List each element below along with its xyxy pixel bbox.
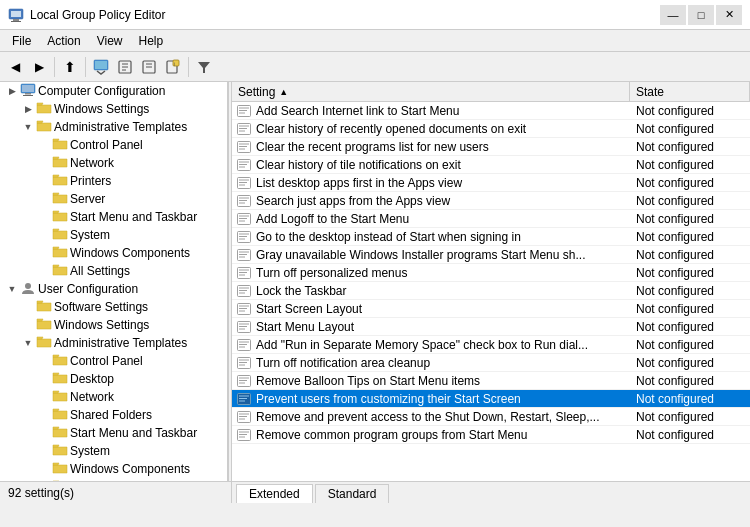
- policy-name: Start Menu Layout: [252, 320, 630, 334]
- folder-icon-windows-settings: [36, 101, 52, 117]
- list-row[interactable]: Remove common program groups from Start …: [232, 426, 750, 444]
- close-button[interactable]: ✕: [716, 5, 742, 25]
- menu-view[interactable]: View: [89, 32, 131, 50]
- policy-row-icon: [232, 192, 252, 210]
- folder-icon-win-comp-1: [52, 245, 68, 261]
- policy-state: Not configured: [630, 302, 750, 316]
- list-row[interactable]: Clear history of recently opened documen…: [232, 120, 750, 138]
- tree-item-server[interactable]: Server: [0, 190, 227, 208]
- tree-item-printers[interactable]: Printers: [0, 172, 227, 190]
- tree-item-shared-folders[interactable]: Shared Folders: [0, 406, 227, 424]
- list-row[interactable]: Add "Run in Separate Memory Space" check…: [232, 336, 750, 354]
- list-row[interactable]: Gray unavailable Windows Installer progr…: [232, 246, 750, 264]
- tree-item-all-settings-1[interactable]: All Settings: [0, 262, 227, 280]
- tree-item-admin-templates-2[interactable]: ▼ Administrative Templates: [0, 334, 227, 352]
- server-label: Server: [70, 192, 105, 206]
- header-state[interactable]: State: [630, 82, 750, 101]
- toggle-desktop: [36, 371, 52, 387]
- tree-item-network-1[interactable]: Network: [0, 154, 227, 172]
- list-row[interactable]: Remove and prevent access to the Shut Do…: [232, 408, 750, 426]
- list-row[interactable]: Lock the TaskbarNot configured: [232, 282, 750, 300]
- list-row[interactable]: Clear the recent programs list for new u…: [232, 138, 750, 156]
- folder-icon-network-2: [52, 389, 68, 405]
- tab-standard[interactable]: Standard: [315, 484, 390, 503]
- policy-name: Add Search Internet link to Start Menu: [252, 104, 630, 118]
- tree-item-control-panel-1[interactable]: Control Panel: [0, 136, 227, 154]
- filter-button[interactable]: [193, 56, 215, 78]
- toggle-windows-settings: ▶: [20, 101, 36, 117]
- tree-item-admin-templates-1[interactable]: ▼ Administrative Templates: [0, 118, 227, 136]
- policy-name: Remove and prevent access to the Shut Do…: [252, 410, 630, 424]
- toggle-admin-templates-1: ▼: [20, 119, 36, 135]
- list-row[interactable]: Add Search Internet link to Start MenuNo…: [232, 102, 750, 120]
- forward-button[interactable]: ▶: [28, 56, 50, 78]
- menu-file[interactable]: File: [4, 32, 39, 50]
- tree-item-system-1[interactable]: System: [0, 226, 227, 244]
- policy-row-icon: [232, 426, 252, 444]
- folder-icon-admin-templates-1: [36, 119, 52, 135]
- tree-item-start-menu-1[interactable]: Start Menu and Taskbar: [0, 208, 227, 226]
- tree-item-windows-settings-2[interactable]: Windows Settings: [0, 316, 227, 334]
- back-button[interactable]: ◀: [4, 56, 26, 78]
- tree-item-system-2[interactable]: System: [0, 442, 227, 460]
- folder-icon-control-panel-2: [52, 353, 68, 369]
- list-row[interactable]: Clear history of tile notifications on e…: [232, 156, 750, 174]
- properties-button[interactable]: [114, 56, 136, 78]
- svg-rect-34: [238, 159, 251, 170]
- list-row[interactable]: Search just apps from the Apps viewNot c…: [232, 192, 750, 210]
- start-menu-2-label: Start Menu and Taskbar: [70, 426, 197, 440]
- new-tab-button[interactable]: [138, 56, 160, 78]
- toggle-system-1: [36, 227, 52, 243]
- policy-state: Not configured: [630, 284, 750, 298]
- menu-help[interactable]: Help: [131, 32, 172, 50]
- svg-rect-30: [238, 141, 251, 152]
- list-row[interactable]: Prevent users from customizing their Sta…: [232, 390, 750, 408]
- folder-icon-software-settings: [36, 299, 52, 315]
- menu-action[interactable]: Action: [39, 32, 88, 50]
- app-icon: [8, 7, 24, 23]
- header-setting[interactable]: Setting ▲: [232, 82, 630, 101]
- folder-icon-system-2: [52, 443, 68, 459]
- tree-item-windows-settings[interactable]: ▶ Windows Settings: [0, 100, 227, 118]
- svg-rect-70: [238, 321, 251, 332]
- tree-item-user-config[interactable]: ▼ User Configuration: [0, 280, 227, 298]
- export-button[interactable]: i: [162, 56, 184, 78]
- policy-state: Not configured: [630, 230, 750, 244]
- list-row[interactable]: Go to the desktop instead of Start when …: [232, 228, 750, 246]
- tree-item-software-settings[interactable]: Software Settings: [0, 298, 227, 316]
- tree-item-win-comp-1[interactable]: Windows Components: [0, 244, 227, 262]
- tree-item-computer-config[interactable]: ▶ Computer Configuration: [0, 82, 227, 100]
- tabs-bar: Extended Standard: [232, 482, 391, 503]
- tree-item-start-menu-2[interactable]: Start Menu and Taskbar: [0, 424, 227, 442]
- list-row[interactable]: Turn off personalized menusNot configure…: [232, 264, 750, 282]
- list-row[interactable]: Start Screen LayoutNot configured: [232, 300, 750, 318]
- list-row[interactable]: Start Menu LayoutNot configured: [232, 318, 750, 336]
- list-row[interactable]: List desktop apps first in the Apps view…: [232, 174, 750, 192]
- list-row[interactable]: Turn off notification area cleanupNot co…: [232, 354, 750, 372]
- tree-item-desktop[interactable]: Desktop: [0, 370, 227, 388]
- policy-name: Clear the recent programs list for new u…: [252, 140, 630, 154]
- svg-rect-18: [22, 85, 34, 92]
- list-row[interactable]: Add Logoff to the Start MenuNot configur…: [232, 210, 750, 228]
- tab-extended[interactable]: Extended: [236, 484, 313, 503]
- system-2-label: System: [70, 444, 110, 458]
- minimize-button[interactable]: —: [660, 5, 686, 25]
- maximize-button[interactable]: □: [688, 5, 714, 25]
- status-text: 92 setting(s): [8, 486, 74, 500]
- policy-state: Not configured: [630, 338, 750, 352]
- toggle-shared-folders: [36, 407, 52, 423]
- policy-name: Remove Balloon Tips on Start Menu items: [252, 374, 630, 388]
- policy-name: Turn off personalized menus: [252, 266, 630, 280]
- tree-item-win-comp-2[interactable]: Windows Components: [0, 460, 227, 478]
- policy-row-icon: [232, 210, 252, 228]
- list-row[interactable]: Remove Balloon Tips on Start Menu itemsN…: [232, 372, 750, 390]
- svg-rect-19: [25, 93, 31, 95]
- up-button[interactable]: ⬆: [59, 56, 81, 78]
- policy-state: Not configured: [630, 194, 750, 208]
- tree-item-network-2[interactable]: Network: [0, 388, 227, 406]
- svg-rect-90: [238, 411, 251, 422]
- show-hide-button[interactable]: [90, 56, 112, 78]
- all-settings-2-label: All Settings: [70, 480, 130, 481]
- tree-item-control-panel-2[interactable]: Control Panel: [0, 352, 227, 370]
- tree-item-all-settings-2[interactable]: All Settings: [0, 478, 227, 481]
